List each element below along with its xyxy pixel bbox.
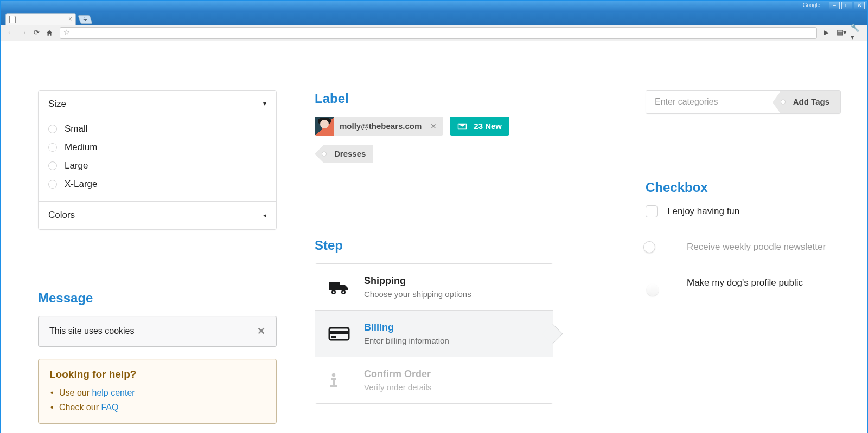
radio-label: Small (65, 123, 88, 135)
radio-label: Large (65, 160, 88, 172)
caret-down-icon: ▾ (263, 100, 266, 108)
user-email-text: molly@thebears.com (334, 121, 427, 132)
play-icon[interactable]: ▶ (820, 27, 832, 39)
radio-icon (48, 143, 57, 152)
cookies-message: This site uses cookies ✕ (38, 316, 277, 347)
add-tags-button[interactable]: Add Tags (780, 91, 840, 113)
svg-rect-6 (331, 336, 336, 338)
wrench-icon[interactable]: 🔧▾ (851, 27, 863, 39)
home-button[interactable] (43, 27, 55, 39)
step-desc: Verify order details (364, 382, 431, 393)
checkbox-label: I enjoy having fun (667, 205, 739, 217)
remove-label-icon[interactable]: ✕ (427, 121, 443, 131)
step-heading: Step (315, 237, 629, 254)
help-item-text: Check our (59, 403, 101, 412)
tags-input-group: Add Tags (646, 90, 841, 114)
step-title: Confirm Order (364, 368, 431, 380)
label-heading: Label (315, 90, 629, 107)
checkbox-icon (646, 205, 658, 217)
toolbar-right-cluster: ▶ ▤▾ 🔧▾ (820, 27, 864, 39)
radio-icon (48, 161, 57, 170)
help-message: Looking for help? Use our help center Ch… (38, 359, 277, 424)
page-menu-icon[interactable]: ▤▾ (835, 27, 847, 39)
window-titlebar: Google – □ ✕ (1, 1, 867, 12)
cookies-text: This site uses cookies (49, 326, 135, 337)
radio-xlarge[interactable]: X-Large (39, 175, 276, 193)
close-window-button[interactable]: ✕ (854, 2, 865, 9)
steps: Shipping Choose your shipping options Bi… (315, 263, 553, 404)
column-3: Add Tags Checkbox I enjoy having fun Rec… (646, 90, 868, 424)
reload-button[interactable]: ⟳ (30, 27, 42, 39)
minimize-button[interactable]: – (829, 2, 840, 9)
label-row-2: Dresses (315, 145, 629, 163)
maximize-button[interactable]: □ (841, 2, 852, 9)
new-mail-label[interactable]: 23 New (450, 117, 509, 136)
accordion-colors-header[interactable]: Colors ◂ (39, 202, 276, 229)
toggle-profile-public[interactable]: Make my dog's profile public (646, 277, 868, 289)
browser-window: Google – □ ✕ × ＋ ← → ⟳ ☆ ▶ ▤▾ 🔧▾ (0, 0, 868, 433)
radio-icon (48, 125, 57, 133)
tag-text: Dresses (334, 148, 366, 159)
avatar-icon (315, 117, 334, 136)
svg-point-1 (333, 291, 334, 293)
address-bar[interactable]: ☆ (60, 27, 817, 39)
toggle-label: Make my dog's profile public (687, 277, 803, 289)
accordion-size-header[interactable]: Size ▾ (39, 91, 276, 118)
titlebar-brand: Google (803, 2, 820, 9)
slider-knob-icon (643, 241, 655, 253)
checkbox-enjoy-fun[interactable]: I enjoy having fun (646, 205, 868, 217)
forward-button[interactable]: → (17, 27, 29, 39)
checkbox-heading: Checkbox (646, 179, 868, 196)
accordion: Size ▾ Small Medium Large (38, 90, 277, 230)
truck-icon (328, 279, 352, 295)
svg-point-3 (342, 291, 344, 293)
window-controls: – □ ✕ (829, 2, 865, 9)
user-email-label[interactable]: molly@thebears.com ✕ (315, 117, 443, 136)
tabstrip: × ＋ (1, 12, 867, 25)
step-desc: Choose your shipping options (364, 289, 471, 300)
accordion-size-title: Size (48, 98, 66, 110)
new-tab-button[interactable]: ＋ (78, 15, 92, 24)
back-button[interactable]: ← (4, 27, 16, 39)
step-title: Shipping (364, 275, 471, 287)
svg-rect-10 (330, 385, 337, 387)
column-1: Size ▾ Small Medium Large (38, 90, 298, 424)
radio-large[interactable]: Large (39, 157, 276, 175)
credit-card-icon (328, 326, 352, 341)
help-title: Looking for help? (49, 368, 265, 382)
mail-icon (457, 122, 467, 130)
accordion-colors-title: Colors (48, 209, 75, 221)
radio-label: X-Large (65, 178, 97, 190)
svg-point-7 (332, 373, 335, 376)
accordion-size-content: Small Medium Large X-Large (39, 118, 276, 201)
label-row-1: molly@thebears.com ✕ 23 New (315, 117, 629, 136)
help-item-2: Check our FAQ (49, 400, 265, 415)
step-confirm: Confirm Order Verify order details (315, 357, 553, 403)
faq-link[interactable]: FAQ (101, 403, 118, 412)
tab-close-icon[interactable]: × (68, 15, 72, 24)
bookmark-star-icon[interactable]: ☆ (63, 28, 70, 37)
browser-tab[interactable]: × (5, 13, 76, 25)
message-heading: Message (38, 289, 298, 306)
step-title: Billing (364, 321, 449, 334)
new-mail-text: 23 New (474, 121, 502, 132)
caret-left-icon: ◂ (263, 211, 266, 220)
help-center-link[interactable]: help center (92, 388, 135, 397)
toggle-knob-icon (647, 284, 659, 296)
categories-input[interactable] (646, 91, 780, 113)
step-billing[interactable]: Billing Enter billing information (315, 311, 553, 357)
step-desc: Enter billing information (364, 335, 449, 346)
tag-dresses[interactable]: Dresses (323, 145, 373, 163)
info-icon (328, 372, 352, 389)
svg-rect-5 (329, 331, 349, 334)
close-icon[interactable]: ✕ (257, 325, 265, 338)
radio-small[interactable]: Small (39, 120, 276, 138)
column-2: Label molly@thebears.com ✕ 23 New Dresse… (315, 90, 629, 424)
document-icon (9, 16, 16, 23)
radio-label: Medium (65, 141, 97, 153)
step-shipping[interactable]: Shipping Choose your shipping options (315, 264, 553, 311)
slider-newsletter[interactable]: Receive weekly poodle newsletter (646, 241, 868, 253)
add-tags-label: Add Tags (793, 96, 829, 107)
help-item-text: Use our (59, 388, 92, 397)
radio-medium[interactable]: Medium (39, 138, 276, 157)
